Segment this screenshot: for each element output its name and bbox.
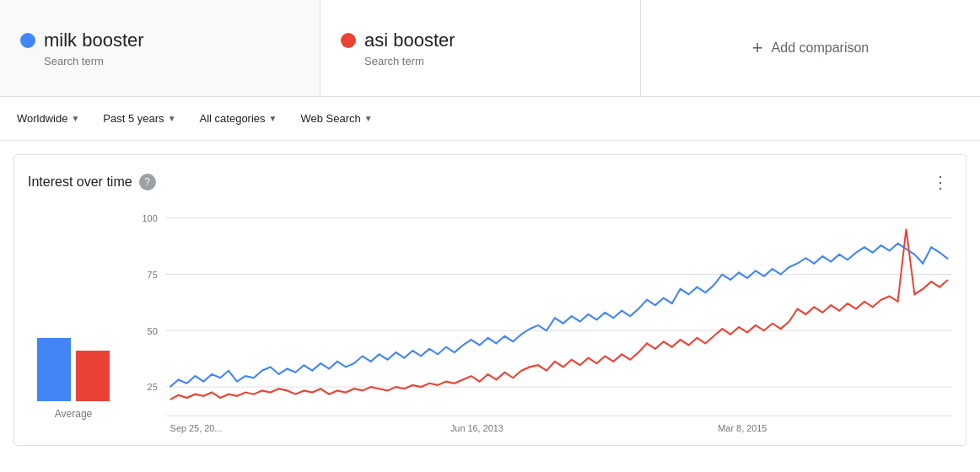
svg-text:Jun 16, 2013: Jun 16, 2013 bbox=[450, 422, 503, 432]
average-section: Average bbox=[14, 209, 132, 445]
chevron-down-icon-category: ▼ bbox=[269, 114, 277, 123]
avg-bar-blue bbox=[37, 338, 71, 401]
average-bars bbox=[37, 317, 110, 401]
filter-time-label: Past 5 years bbox=[103, 112, 164, 125]
help-icon-label: ? bbox=[144, 176, 150, 188]
add-comparison-button[interactable]: + Add comparison bbox=[641, 0, 980, 96]
svg-text:Sep 25, 20...: Sep 25, 20... bbox=[170, 422, 223, 432]
dot-milk-booster bbox=[20, 33, 35, 48]
chart-section: Interest over time ? ⋮ Average 100 75 bbox=[13, 154, 967, 446]
filter-search-type[interactable]: Web Search ▼ bbox=[290, 105, 382, 131]
chevron-down-icon-time: ▼ bbox=[168, 114, 176, 123]
search-term-milk-booster[interactable]: milk booster Search term bbox=[0, 0, 320, 96]
svg-text:100: 100 bbox=[143, 213, 158, 223]
svg-text:75: 75 bbox=[148, 269, 158, 279]
avg-bar-red bbox=[76, 351, 110, 401]
chart-title: Interest over time bbox=[28, 174, 132, 190]
more-options-icon[interactable]: ⋮ bbox=[929, 169, 952, 196]
filter-region[interactable]: Worldwide ▼ bbox=[7, 105, 89, 131]
chart-header: Interest over time ? ⋮ bbox=[14, 169, 966, 209]
chart-container: Average 100 75 50 25 Sep 25, 20... Jun 1… bbox=[14, 209, 966, 445]
line-chart-svg: 100 75 50 25 Sep 25, 20... Jun 16, 2013 … bbox=[132, 209, 952, 445]
line-chart-wrapper: 100 75 50 25 Sep 25, 20... Jun 16, 2013 … bbox=[132, 209, 952, 445]
term-name-milk-booster: milk booster bbox=[44, 30, 144, 51]
average-label: Average bbox=[55, 408, 92, 420]
chevron-down-icon-region: ▼ bbox=[71, 114, 79, 123]
filter-time[interactable]: Past 5 years ▼ bbox=[93, 105, 186, 131]
add-comparison-label: Add comparison bbox=[772, 40, 870, 56]
svg-text:Mar 8, 2015: Mar 8, 2015 bbox=[718, 422, 767, 432]
dot-asi-booster bbox=[341, 33, 356, 48]
filter-region-label: Worldwide bbox=[17, 112, 67, 125]
help-icon[interactable]: ? bbox=[139, 174, 156, 190]
filter-search-type-label: Web Search bbox=[300, 112, 360, 125]
blue-line-milk-booster bbox=[170, 244, 948, 387]
search-term-asi-booster[interactable]: asi booster Search term bbox=[320, 0, 641, 96]
search-terms-bar: milk booster Search term asi booster Sea… bbox=[0, 0, 980, 97]
svg-text:25: 25 bbox=[148, 382, 158, 392]
svg-text:50: 50 bbox=[148, 325, 158, 335]
term-type-milk-booster: Search term bbox=[20, 55, 299, 67]
filter-category-label: All categories bbox=[200, 112, 266, 125]
term-type-asi-booster: Search term bbox=[341, 55, 620, 67]
chevron-down-icon-search-type: ▼ bbox=[364, 114, 373, 123]
plus-icon: + bbox=[752, 37, 763, 59]
term-name-asi-booster: asi booster bbox=[364, 30, 455, 51]
filter-bar: Worldwide ▼ Past 5 years ▼ All categorie… bbox=[0, 97, 980, 141]
filter-category[interactable]: All categories ▼ bbox=[190, 105, 288, 131]
red-line-asi-booster bbox=[170, 229, 948, 400]
chart-title-row: Interest over time ? bbox=[28, 174, 156, 190]
